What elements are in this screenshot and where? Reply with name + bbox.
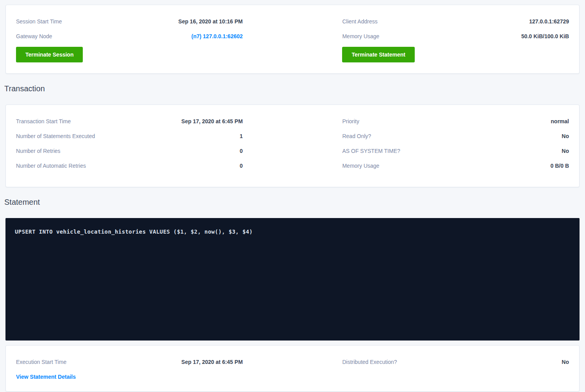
distributed-execution-value: No xyxy=(562,359,569,365)
priority-row: Priority normal xyxy=(342,114,569,129)
terminate-statement-button[interactable]: Terminate Statement xyxy=(342,47,414,62)
transaction-section-heading: Transaction xyxy=(4,84,580,93)
terminate-session-button[interactable]: Terminate Session xyxy=(16,47,83,62)
transaction-left-column: Transaction Start Time Sep 17, 2020 at 6… xyxy=(16,114,243,173)
retries-label: Number of Retries xyxy=(16,148,61,154)
transaction-memory-usage-value: 0 B/0 B xyxy=(551,163,569,169)
automatic-retries-row: Number of Automatic Retries 0 xyxy=(16,158,243,173)
transaction-right-column: Priority normal Read Only? No AS OF SYST… xyxy=(342,114,569,173)
session-summary-card: Session Start Time Sep 16, 2020 at 10:16… xyxy=(5,5,580,74)
session-summary-right-column: Client Address 127.0.0.1:62729 Memory Us… xyxy=(342,14,569,62)
automatic-retries-value: 0 xyxy=(240,163,243,169)
transaction-memory-usage-row: Memory Usage 0 B/0 B xyxy=(342,158,569,173)
execution-left-column: Execution Start Time Sep 17, 2020 at 6:4… xyxy=(16,355,243,384)
execution-start-time-value: Sep 17, 2020 at 6:45 PM xyxy=(181,359,243,365)
priority-value: normal xyxy=(551,118,569,124)
priority-label: Priority xyxy=(342,118,359,124)
retries-row: Number of Retries 0 xyxy=(16,144,243,158)
session-memory-usage-value: 50.0 KiB/100.0 KiB xyxy=(521,33,569,39)
as-of-system-time-row: AS OF SYSTEM TIME? No xyxy=(342,144,569,158)
session-start-time-row: Session Start Time Sep 16, 2020 at 10:16… xyxy=(16,14,243,29)
read-only-row: Read Only? No xyxy=(342,129,569,144)
session-start-time-value: Sep 16, 2020 at 10:16 PM xyxy=(178,18,243,25)
transaction-start-time-value: Sep 17, 2020 at 6:45 PM xyxy=(181,118,243,124)
statement-section-heading: Statement xyxy=(4,197,580,207)
session-memory-usage-label: Memory Usage xyxy=(342,33,379,39)
session-start-time-label: Session Start Time xyxy=(16,18,62,25)
view-statement-details-row: View Statement Details xyxy=(16,369,243,384)
view-statement-details-link[interactable]: View Statement Details xyxy=(16,374,76,380)
distributed-execution-row: Distributed Execution? No xyxy=(342,355,569,369)
client-address-value: 127.0.0.1:62729 xyxy=(529,18,569,25)
client-address-label: Client Address xyxy=(342,18,377,25)
as-of-system-time-value: No xyxy=(562,148,569,154)
transaction-card: Transaction Start Time Sep 17, 2020 at 6… xyxy=(5,105,580,187)
as-of-system-time-label: AS OF SYSTEM TIME? xyxy=(342,148,400,154)
distributed-execution-label: Distributed Execution? xyxy=(342,359,397,365)
statement-sql-box: UPSERT INTO vehicle_location_histories V… xyxy=(5,218,580,341)
session-details-page: Session Start Time Sep 16, 2020 at 10:16… xyxy=(0,0,585,392)
transaction-memory-usage-label: Memory Usage xyxy=(342,163,379,169)
read-only-label: Read Only? xyxy=(342,133,371,139)
gateway-node-row: Gateway Node (n7) 127.0.0.1:62602 xyxy=(16,29,243,44)
automatic-retries-label: Number of Automatic Retries xyxy=(16,163,86,169)
statements-executed-value: 1 xyxy=(240,133,243,139)
statements-executed-row: Number of Statements Executed 1 xyxy=(16,129,243,144)
statements-executed-label: Number of Statements Executed xyxy=(16,133,95,139)
transaction-start-time-row: Transaction Start Time Sep 17, 2020 at 6… xyxy=(16,114,243,129)
gateway-node-label: Gateway Node xyxy=(16,33,52,39)
execution-right-column: Distributed Execution? No xyxy=(342,355,569,384)
read-only-value: No xyxy=(562,133,569,139)
client-address-row: Client Address 127.0.0.1:62729 xyxy=(342,14,569,29)
session-summary-left-column: Session Start Time Sep 16, 2020 at 10:16… xyxy=(16,14,243,62)
retries-value: 0 xyxy=(240,148,243,154)
transaction-start-time-label: Transaction Start Time xyxy=(16,118,71,124)
execution-start-time-label: Execution Start Time xyxy=(16,359,66,365)
execution-start-time-row: Execution Start Time Sep 17, 2020 at 6:4… xyxy=(16,355,243,369)
session-memory-usage-row: Memory Usage 50.0 KiB/100.0 KiB xyxy=(342,29,569,44)
gateway-node-link[interactable]: (n7) 127.0.0.1:62602 xyxy=(191,33,243,39)
statement-sql-text: UPSERT INTO vehicle_location_histories V… xyxy=(15,229,570,235)
execution-card: Execution Start Time Sep 17, 2020 at 6:4… xyxy=(5,345,580,392)
